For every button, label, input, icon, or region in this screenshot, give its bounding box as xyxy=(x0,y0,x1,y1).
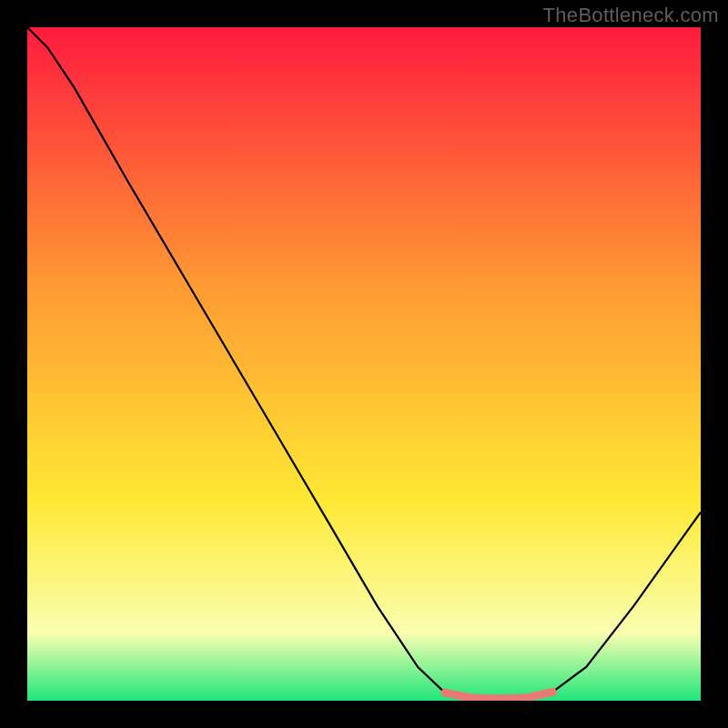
chart-svg xyxy=(27,27,701,701)
gradient-background xyxy=(27,27,701,701)
plot-area xyxy=(27,27,701,701)
watermark-text: TheBottleneck.com xyxy=(543,4,719,27)
chart-frame: TheBottleneck.com xyxy=(0,0,728,728)
